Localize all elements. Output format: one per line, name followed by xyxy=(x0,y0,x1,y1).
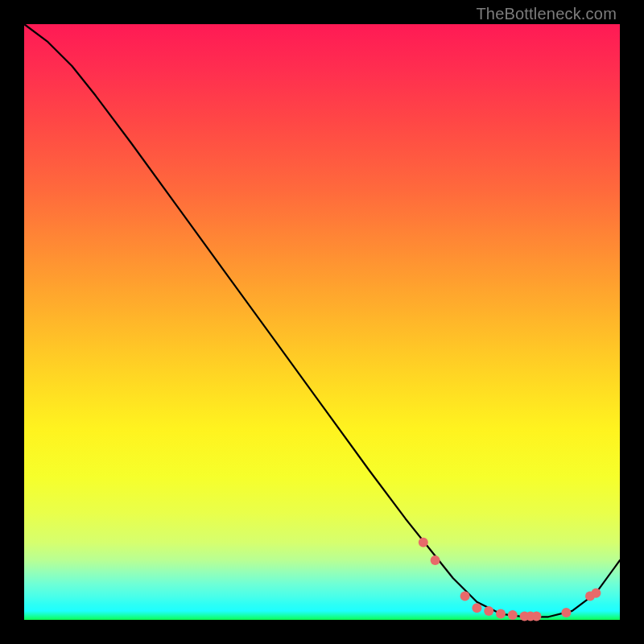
bottleneck-curve xyxy=(24,24,620,617)
curve-marker xyxy=(531,612,541,621)
curve-marker xyxy=(419,538,428,547)
curve-marker xyxy=(561,608,571,617)
curve-marker xyxy=(472,603,481,613)
curve-svg xyxy=(24,24,620,620)
curve-marker xyxy=(484,606,493,616)
watermark-text: TheBottleneck.com xyxy=(476,5,617,23)
curve-marker xyxy=(508,610,518,620)
curve-marker xyxy=(591,588,601,598)
curve-marker xyxy=(431,555,440,565)
curve-marker xyxy=(460,591,470,601)
curve-marker xyxy=(496,609,506,619)
chart-container: TheBottleneck.com xyxy=(0,0,644,644)
plot-area xyxy=(24,24,620,620)
curve-markers xyxy=(419,538,601,621)
